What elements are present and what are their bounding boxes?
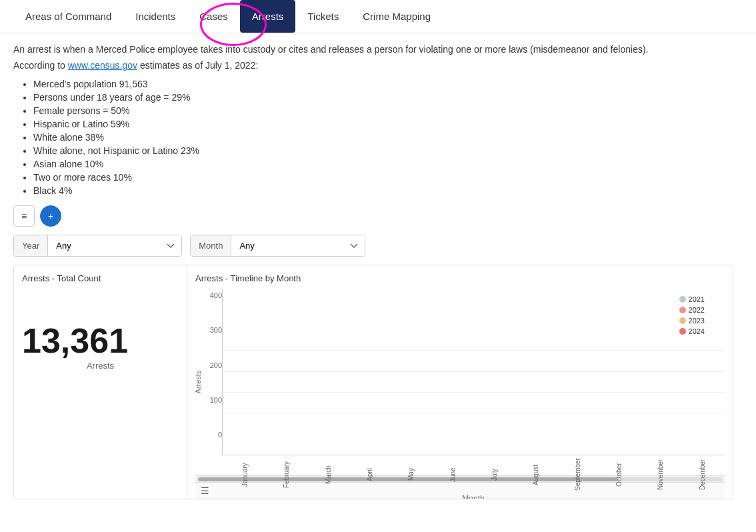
description-text: An arrest is when a Merced Police employ… xyxy=(13,44,733,55)
list-item: Persons under 18 years of age = 29% xyxy=(33,91,733,104)
x-label-december: December xyxy=(682,458,722,491)
x-label-november: November xyxy=(640,458,680,491)
total-count-panel: Arrests - Total Count 13,361 Arrests xyxy=(14,265,187,499)
x-label-march: March xyxy=(308,458,348,491)
nav-item-cases[interactable]: Cases xyxy=(187,0,240,33)
month-filter-group: Month Any January February March April M… xyxy=(190,235,365,257)
bars-grid xyxy=(222,289,725,455)
list-item: Female persons = 50% xyxy=(33,104,733,117)
total-count-title: Arrests - Total Count xyxy=(22,273,179,283)
timeline-panel: Arrests - Timeline by Month Arrests 400 … xyxy=(187,265,733,499)
nav-item-tickets[interactable]: Tickets xyxy=(295,0,351,33)
nav-item-crime-mapping[interactable]: Crime Mapping xyxy=(351,0,443,33)
total-count-label: Arrests xyxy=(22,361,179,371)
grid-line-300 xyxy=(223,371,725,372)
bars-wrapper: 2021 2022 2023 2024 xyxy=(222,289,725,475)
year-filter-group: Year Any 2021 2022 2023 2024 xyxy=(13,235,182,257)
list-item: Hispanic or Latino 59% xyxy=(33,117,733,131)
x-axis-title: Month xyxy=(222,491,725,499)
year-filter-select[interactable]: Any 2021 2022 2023 2024 xyxy=(48,235,181,256)
x-label-july: July xyxy=(474,458,514,491)
month-filter-label: Month xyxy=(191,235,231,256)
x-label-september: September xyxy=(557,458,597,491)
list-icon: ☰ xyxy=(201,485,209,496)
year-filter-label: Year xyxy=(14,235,48,256)
filter-icon-button[interactable]: ≡ xyxy=(13,205,35,227)
y-label-400: 400 xyxy=(210,291,222,299)
main-content: An arrest is when a Merced Police employ… xyxy=(0,33,747,510)
x-label-february: February xyxy=(266,458,306,491)
list-item: White alone, not Hispanic or Latino 23% xyxy=(33,144,733,157)
timeline-title: Arrests - Timeline by Month xyxy=(195,273,725,283)
y-label-300: 300 xyxy=(210,326,222,334)
x-label-june: June xyxy=(433,458,473,491)
chart-area: Arrests 400 300 200 100 0 xyxy=(195,289,725,475)
total-count-number: 13,361 xyxy=(22,323,179,358)
list-item: Two or more races 10% xyxy=(33,171,733,184)
list-item: Merced's population 91,563 xyxy=(33,77,733,91)
census-intro: According to www.census.gov estimates as… xyxy=(13,60,733,71)
add-filter-button[interactable]: + xyxy=(40,205,61,227)
x-label-october: October xyxy=(599,458,639,491)
x-label-april: April xyxy=(349,458,389,491)
census-link[interactable]: www.census.gov xyxy=(68,60,137,71)
nav-item-arrests[interactable]: Arrests xyxy=(240,0,296,33)
filter-row: Year Any 2021 2022 2023 2024 Month Any J… xyxy=(13,235,733,257)
nav-item-areas[interactable]: Areas of Command xyxy=(13,0,123,33)
y-label-100: 100 xyxy=(210,396,222,404)
grid-lines xyxy=(223,289,725,455)
grid-line-100 xyxy=(223,413,725,413)
filter-toolbar: ≡ + xyxy=(13,205,733,227)
charts-container: Arrests - Total Count 13,361 Arrests Arr… xyxy=(13,265,733,499)
grid-line-400 xyxy=(223,350,725,351)
x-labels: JanuaryFebruaryMarchAprilMayJuneJulyAugu… xyxy=(222,455,725,491)
list-item: White alone 38% xyxy=(33,131,733,144)
nav-bar: Areas of Command Incidents Cases Arrests… xyxy=(0,0,756,33)
x-label-may: May xyxy=(391,458,431,491)
y-label-200: 200 xyxy=(210,361,222,369)
demographics-list: Merced's population 91,563 Persons under… xyxy=(33,77,733,197)
y-axis-title: Arrests xyxy=(194,371,202,394)
nav-item-incidents[interactable]: Incidents xyxy=(123,0,187,33)
x-label-january: January xyxy=(225,458,265,491)
grid-line-200 xyxy=(223,392,725,393)
month-filter-select[interactable]: Any January February March April May Jun… xyxy=(231,235,365,256)
x-label-august: August xyxy=(515,458,555,491)
list-item: Black 4% xyxy=(33,184,733,197)
list-item: Asian alone 10% xyxy=(33,157,733,171)
